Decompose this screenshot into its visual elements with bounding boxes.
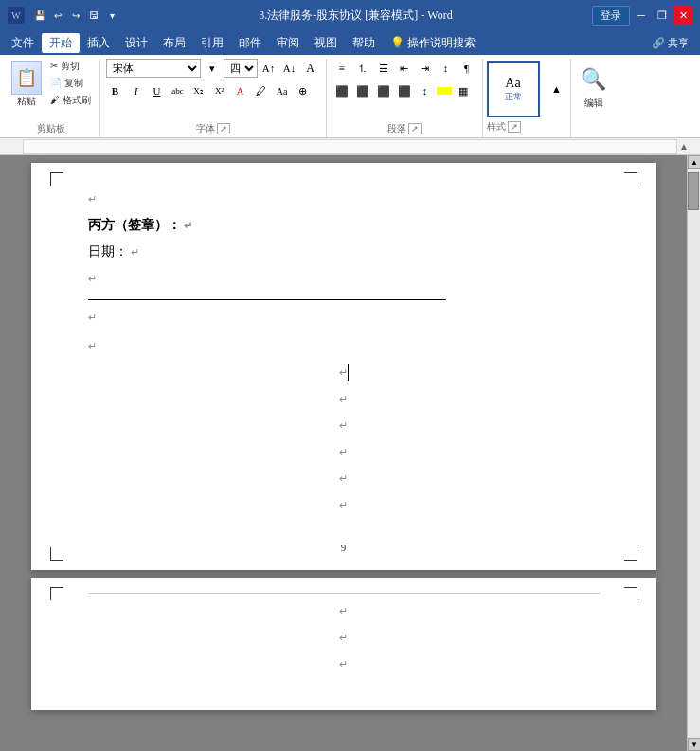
share-button[interactable]: 🔗 共享 [644, 34, 696, 52]
styles-dialog-launcher[interactable]: ↗ [508, 121, 521, 133]
sort-button[interactable]: ↕ [437, 59, 456, 78]
menu-home[interactable]: 开始 [42, 33, 80, 53]
para-content: ≡ ⒈ ☰ ⇤ ⇥ ↕ ¶ ⬛ ⬛ ⬛ ⬛ ↕ ▦ [332, 59, 476, 122]
italic-button[interactable]: I [127, 81, 146, 100]
edit-button[interactable]: 🔍 编辑 [575, 61, 613, 112]
strikethrough-button[interactable]: abc [169, 81, 188, 100]
decrease-indent-button[interactable]: ⇤ [395, 59, 414, 78]
underline-button[interactable]: U [148, 81, 167, 100]
multilevel-button[interactable]: ☰ [374, 59, 393, 78]
font-size-shrink[interactable]: A↓ [280, 59, 299, 78]
text-cursor [348, 364, 349, 381]
minimize-button[interactable]: ─ [632, 6, 651, 25]
font-size-select[interactable]: 四号 [224, 59, 258, 78]
document-scroll-area[interactable]: ↵ 丙方（签章）： ↵ 日期： ↵ ↵ [0, 155, 687, 751]
shading-button[interactable] [437, 87, 452, 95]
font-size-aa[interactable]: Aa [273, 81, 292, 100]
show-marks-button[interactable]: ¶ [458, 59, 476, 78]
redo-quick-btn[interactable]: ↪ [68, 8, 83, 23]
text-color-button[interactable]: A [231, 81, 250, 100]
justify-button[interactable]: ⬛ [395, 81, 414, 100]
font-size-expand[interactable]: A↑ [260, 59, 278, 78]
restore-button[interactable]: ❐ [653, 6, 672, 25]
menu-design[interactable]: 设计 [117, 33, 155, 53]
scrollbar-right[interactable]: ▲ ▼ [687, 155, 700, 751]
scroll-up-button[interactable]: ▲ [688, 155, 700, 169]
edit-icon: 🔍 [579, 63, 609, 97]
bold-button[interactable]: B [106, 81, 125, 100]
border-button[interactable]: ▦ [454, 81, 473, 100]
lightbulb-icon: 💡 [390, 36, 404, 50]
menu-insert[interactable]: 插入 [80, 33, 117, 53]
scroll-track[interactable] [688, 169, 700, 738]
menu-file[interactable]: 文件 [4, 33, 42, 53]
menu-help[interactable]: 帮助 [345, 33, 383, 53]
highlight-button[interactable]: 🖊 [252, 81, 271, 100]
document-area: ↵ 丙方（签章）： ↵ 日期： ↵ ↵ [0, 155, 700, 751]
save-quick-btn[interactable]: 💾 [32, 8, 47, 23]
style-text: Aa [505, 76, 520, 91]
menu-search[interactable]: 💡 操作说明搜索 [383, 33, 483, 53]
font-dialog-launcher[interactable]: ↗ [217, 123, 230, 134]
scroll-thumb[interactable] [688, 172, 699, 210]
cut-button[interactable]: ✂ 剪切 [47, 59, 94, 74]
app-icon: W [8, 7, 25, 24]
increase-indent-button[interactable]: ⇥ [416, 59, 435, 78]
align-right-button[interactable]: ⬛ [374, 81, 393, 100]
doc-line-para-mark-0: ↵ [88, 186, 600, 212]
undo-quick-btn[interactable]: ↩ [50, 8, 65, 23]
menu-references[interactable]: 引用 [193, 33, 231, 53]
bullets-button[interactable]: ≡ [332, 59, 351, 78]
ribbon-paragraph-group: ≡ ⒈ ☰ ⇤ ⇥ ↕ ¶ ⬛ ⬛ ⬛ ⬛ ↕ ▦ 段落 ↗ [327, 59, 483, 137]
ribbon-font-group: 宋体 ▾ 四号 A↑ A↓ A B I U abc X₂ X² A 🖊 Aa [100, 59, 327, 137]
doc-line-empty-7: ↵ [88, 492, 600, 518]
align-left-button[interactable]: ⬛ [332, 81, 351, 100]
font-more-button[interactable]: ⊕ [294, 81, 313, 100]
format-painter-button[interactable]: 🖌 格式刷 [47, 93, 94, 108]
para-mark-sig: ↵ [88, 312, 97, 323]
page2-para-mark-1: ↵ [339, 605, 348, 617]
styles-scroll-up[interactable]: ▲ [547, 80, 566, 98]
menu-layout[interactable]: 布局 [155, 33, 193, 53]
menu-view[interactable]: 视图 [307, 33, 345, 53]
more-quick-btn[interactable]: ▾ [104, 8, 119, 23]
para-mark-9: ↵ [339, 473, 348, 484]
ribbon: 📋 粘贴 ✂ 剪切 📄 复制 🖌 格式刷 剪贴板 宋体 ▾ 四号 A↑ [0, 55, 700, 138]
copy-button[interactable]: 📄 复制 [47, 76, 94, 91]
quick-access-toolbar: 💾 ↩ ↪ 🖫 ▾ [32, 8, 119, 23]
paste-icon: 📋 [11, 61, 42, 95]
para-dialog-launcher[interactable]: ↗ [408, 123, 422, 134]
line-spacing-button[interactable]: ↕ [416, 81, 435, 100]
style-normal-box[interactable]: Aa 正常 [487, 61, 540, 117]
paste-button[interactable]: 📋 粘贴 [9, 59, 44, 110]
subscript-button[interactable]: X₂ [189, 81, 208, 100]
numbering-button[interactable]: ⒈ [353, 59, 372, 78]
ruler [23, 139, 677, 154]
align-center-button[interactable]: ⬛ [353, 81, 372, 100]
clear-format-button[interactable]: A [301, 59, 320, 78]
clipboard-sub-buttons: ✂ 剪切 📄 复制 🖌 格式刷 [47, 59, 94, 108]
login-button[interactable]: 登录 [592, 6, 630, 26]
menu-mailings[interactable]: 邮件 [231, 33, 269, 53]
scroll-down-button[interactable]: ▼ [688, 738, 700, 751]
bingfang-text: 丙方（签章）： [88, 218, 181, 232]
page-1-content[interactable]: ↵ 丙方（签章）： ↵ 日期： ↵ ↵ [31, 163, 656, 570]
para-group-label: 段落 ↗ [332, 122, 476, 137]
font-name-select[interactable]: 宋体 [106, 59, 201, 78]
page2-para-mark-2: ↵ [339, 632, 348, 643]
doc-line-cursor[interactable]: ↵ [88, 359, 600, 385]
font-name-dropdown[interactable]: ▾ [203, 59, 222, 78]
font-row1: 宋体 ▾ 四号 A↑ A↓ A [106, 59, 320, 78]
doc-line-empty-3: ↵ [88, 385, 600, 412]
para-mark-1: ↵ [184, 220, 192, 231]
page-2-content[interactable]: ↵ ↵ ↵ [31, 578, 656, 710]
font-row2: B I U abc X₂ X² A 🖊 Aa ⊕ [106, 81, 313, 100]
menu-review[interactable]: 审阅 [269, 33, 307, 53]
close-button[interactable]: ✕ [673, 6, 692, 25]
style-label: 正常 [505, 91, 522, 103]
autosave-icon[interactable]: 🖫 [86, 8, 101, 23]
superscript-button[interactable]: X² [210, 81, 229, 100]
para-mark-10: ↵ [339, 499, 348, 510]
font-group-label: 字体 ↗ [106, 122, 320, 137]
ruler-toggle[interactable]: ▲ [677, 141, 691, 152]
